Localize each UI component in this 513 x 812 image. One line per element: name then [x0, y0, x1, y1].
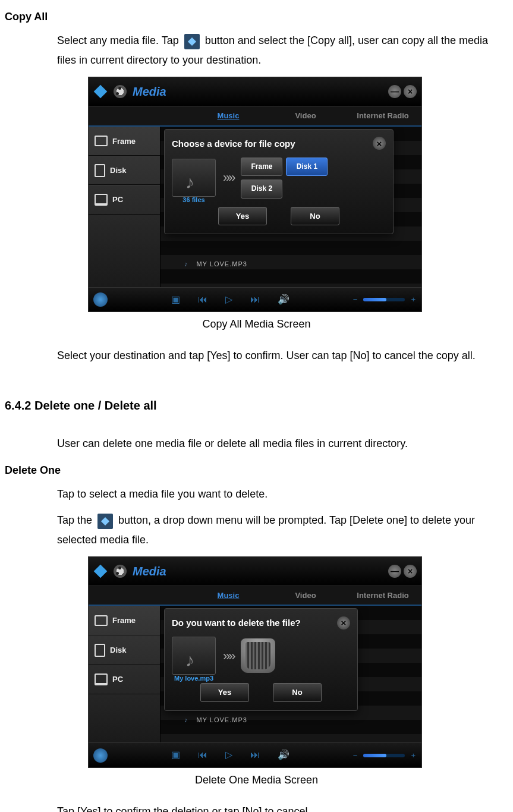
heading-delete-one: Delete One [5, 461, 508, 480]
paragraph-copy-all-intro: Select any media file. Tap button and se… [57, 31, 503, 70]
device-disk2-button[interactable]: Disk 2 [241, 180, 282, 199]
arrow-icon: »» [223, 644, 234, 668]
music-note-icon: ♪ [185, 644, 194, 676]
diamond-button-icon [97, 514, 113, 529]
sidebar-item-pc[interactable]: PC [89, 185, 160, 214]
sidebar-label: Frame [112, 134, 136, 148]
app-title: Media [133, 81, 388, 102]
speaker-icon[interactable]: 🔊 [278, 747, 289, 764]
paragraph-delete-one-confirm: Tap [Yes] to confirm the deletion or tap… [57, 802, 503, 812]
speaker-icon[interactable]: 🔊 [278, 291, 289, 309]
yes-button[interactable]: Yes [218, 207, 267, 225]
text-fragment: Tap the [57, 514, 95, 526]
sidebar-item-frame[interactable]: Frame [89, 606, 160, 635]
tab-video[interactable]: Video [267, 106, 344, 125]
tabs: Music Video Internet Radio [89, 586, 421, 606]
no-button[interactable]: No [273, 683, 322, 701]
tab-music[interactable]: Music [190, 106, 267, 125]
prev-button[interactable]: ⏮ [198, 747, 207, 764]
paragraph-delete-one-select: Tap to select a media file you want to d… [57, 484, 503, 503]
sidebar: Frame Disk PC [89, 127, 160, 287]
sidebar-item-pc[interactable]: PC [89, 665, 160, 694]
next-button[interactable]: ⏭ [250, 747, 260, 764]
vol-up-button[interactable]: + [411, 292, 416, 306]
frame-icon [95, 136, 108, 146]
track-item[interactable]: MY LOVE.MP3 [184, 715, 247, 726]
tab-internet-radio[interactable]: Internet Radio [344, 586, 421, 605]
volume-slider[interactable] [363, 754, 405, 757]
thumbnail-label: 36 files [172, 194, 216, 206]
sidebar-label: PC [112, 672, 123, 686]
close-button[interactable]: × [404, 85, 417, 98]
app-logo-icon [94, 85, 108, 99]
stop-button[interactable]: ▣ [171, 747, 180, 764]
sidebar-label: Disk [110, 163, 126, 177]
diamond-button-icon [184, 34, 200, 49]
yes-button[interactable]: Yes [200, 683, 249, 701]
volume-slider[interactable] [363, 298, 405, 301]
pc-icon [95, 673, 108, 685]
playbar: ▣ ⏮ ▷ ⏭ 🔊 − + [89, 742, 421, 767]
sidebar: Frame Disk PC [89, 606, 160, 742]
thumbnail-label: My love.mp3 [172, 673, 216, 685]
vol-down-button[interactable]: − [353, 748, 358, 762]
playbar: ▣ ⏮ ▷ ⏭ 🔊 − + [89, 287, 421, 312]
dialog-title-text: Do you want to delete the file? [172, 615, 301, 631]
screenshot-delete-one: Media — × Music Video Internet Radio Fra… [88, 556, 422, 768]
caption-copy-all: Copy All Media Screen [5, 314, 508, 333]
text-fragment: button, a drop down menu will be prompte… [57, 514, 475, 545]
sidebar-item-disk[interactable]: Disk [89, 156, 160, 185]
dialog-close-button[interactable]: × [337, 616, 350, 630]
tab-video[interactable]: Video [267, 586, 344, 605]
paragraph-copy-all-confirm: Select your destination and tap [Yes] to… [57, 346, 503, 365]
film-reel-icon [114, 85, 127, 98]
heading-copy-all: Copy All [5, 7, 508, 26]
content-area: MY LOVE.MP3 Choose a device for file cop… [160, 127, 421, 287]
film-reel-icon [114, 565, 127, 578]
titlebar: Media — × [89, 77, 421, 106]
orb-button[interactable] [93, 748, 108, 763]
disk-icon [95, 164, 105, 177]
file-thumbnail: ♪ [172, 159, 216, 197]
dialog-close-button[interactable]: × [373, 137, 386, 150]
tab-internet-radio[interactable]: Internet Radio [344, 106, 421, 125]
track-item[interactable]: MY LOVE.MP3 [184, 259, 247, 270]
titlebar: Media — × [89, 557, 421, 586]
prev-button[interactable]: ⏮ [198, 291, 207, 309]
sidebar-item-frame[interactable]: Frame [89, 127, 160, 156]
text-fragment: Select any media file. Tap [57, 34, 182, 46]
file-thumbnail: ♪ [172, 637, 216, 675]
orb-button[interactable] [93, 292, 108, 307]
app-logo-icon [94, 565, 108, 578]
device-options: Frame Disk 1 Disk 2 [241, 158, 328, 199]
tabs: Music Video Internet Radio [89, 106, 421, 126]
vol-down-button[interactable]: − [353, 292, 358, 306]
sidebar-label: Disk [110, 643, 126, 657]
play-button[interactable]: ▷ [225, 747, 232, 764]
copy-dialog: Choose a device for file copy × ♪ 36 fil… [164, 129, 394, 235]
frame-icon [95, 615, 108, 626]
close-button[interactable]: × [404, 565, 417, 578]
screenshot-copy-all: Media — × Music Video Internet Radio Fra… [88, 77, 422, 312]
heading-section-642: 6.4.2 Delete one / Delete all [5, 395, 508, 416]
sidebar-label: PC [112, 193, 123, 206]
device-disk1-button[interactable]: Disk 1 [286, 158, 328, 177]
minimize-button[interactable]: — [388, 85, 401, 98]
minimize-button[interactable]: — [388, 565, 401, 578]
tab-music[interactable]: Music [190, 586, 267, 605]
stop-button[interactable]: ▣ [171, 291, 180, 309]
content-area: MY LOVE.MP3 Do you want to delete the fi… [160, 606, 421, 742]
app-title: Media [133, 561, 388, 582]
paragraph-section-intro: User can delete one media file or delete… [57, 434, 503, 453]
next-button[interactable]: ⏭ [250, 291, 260, 309]
disk-icon [95, 644, 105, 657]
play-button[interactable]: ▷ [225, 291, 232, 309]
vol-up-button[interactable]: + [411, 748, 416, 762]
trash-icon [241, 638, 275, 673]
delete-dialog: Do you want to delete the file? × ♪ My l… [164, 608, 358, 710]
sidebar-item-disk[interactable]: Disk [89, 635, 160, 665]
sidebar-label: Frame [112, 613, 136, 627]
device-frame-button[interactable]: Frame [241, 158, 282, 177]
no-button[interactable]: No [291, 207, 339, 225]
dialog-title-text: Choose a device for file copy [172, 136, 295, 152]
